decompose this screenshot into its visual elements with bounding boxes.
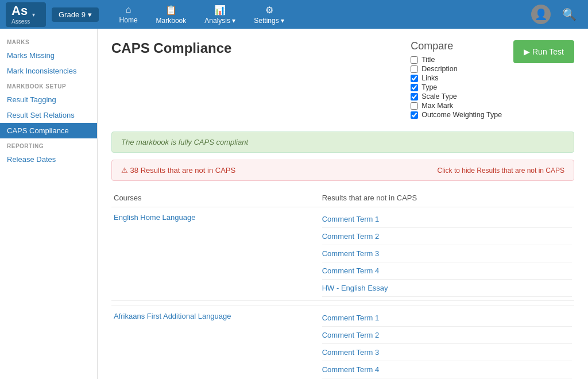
top-navigation: As Assess ▾ Grade 9 ▾ ⌂ Home 📋 Markbook …	[0, 0, 588, 29]
sidebar-item-marks-missing[interactable]: Marks Missing	[0, 48, 97, 63]
page-header: CAPS Compliance Compare Title Descriptio…	[111, 40, 574, 120]
nav-label-home: Home	[119, 16, 138, 24]
caps-warning-count: ⚠ 38 Results that are not in CAPS	[121, 166, 235, 175]
compare-label-links: Links	[421, 74, 438, 82]
col-header-results-not-in-caps: Results that are not in CAPS	[320, 190, 574, 207]
compare-item-description: Description	[411, 65, 502, 73]
compare-title: Compare	[411, 40, 502, 52]
compare-label-type: Type	[421, 83, 437, 91]
compare-item-outcome-weighting-type: Outcome Weighting Type	[411, 111, 502, 119]
table-row: Afrikaans First Additional LanguageComme…	[111, 306, 574, 380]
table-row: English Home LanguageComment Term 1Comme…	[111, 207, 574, 301]
result-name[interactable]: Comment Term 3	[322, 346, 572, 358]
compare-checkbox-description[interactable]	[411, 65, 418, 73]
run-test-button[interactable]: ▶ Run Test	[513, 40, 574, 63]
compare-item-scale-type: Scale Type	[411, 92, 502, 100]
sidebar: MARKS Marks Missing Mark Inconsistencies…	[0, 29, 98, 379]
result-name[interactable]: Comment Term 2	[322, 230, 572, 242]
nav-item-analysis[interactable]: 📊 Analysis ▾	[195, 2, 245, 27]
search-button[interactable]: 🔍	[556, 5, 582, 24]
compare-section: Compare Title Description Links	[411, 40, 502, 120]
grade-selector[interactable]: Grade 9 ▾	[52, 7, 99, 22]
results-table: Courses Results that are not in CAPS Eng…	[111, 190, 574, 379]
caps-compliant-alert: The markbook is fully CAPS compliant	[111, 132, 574, 153]
course-name-1[interactable]: Afrikaans First Additional Language	[114, 312, 231, 320]
result-name[interactable]: Comment Term 4	[322, 265, 572, 277]
sidebar-section-reporting: REPORTING	[0, 138, 97, 152]
hide-results-link[interactable]: Click to hide Results that are not in CA…	[438, 167, 564, 175]
user-avatar[interactable]: 👤	[531, 5, 551, 24]
result-name[interactable]: Comment Term 4	[322, 363, 572, 376]
brand-dropdown-arrow: ▾	[32, 11, 35, 18]
compare-checkbox-title[interactable]	[411, 56, 418, 64]
compare-item-links: Links	[411, 74, 502, 82]
result-name[interactable]: HW - English Essay	[322, 282, 572, 294]
compare-checkbox-links[interactable]	[411, 75, 418, 82]
markbook-icon: 📋	[165, 5, 177, 16]
result-name[interactable]: Comment Term 2	[322, 329, 572, 341]
table-divider-row	[111, 301, 574, 306]
result-name[interactable]: Comment Term 1	[322, 312, 572, 324]
compare-label-max-mark: Max Mark	[421, 102, 453, 110]
nav-label-settings: Settings ▾	[254, 17, 284, 25]
compare-checkbox-max-mark[interactable]	[411, 102, 418, 110]
sidebar-item-result-tagging[interactable]: Result Tagging	[0, 92, 97, 107]
nav-links: ⌂ Home 📋 Markbook 📊 Analysis ▾ ⚙ Setting…	[110, 2, 531, 27]
caps-warning-alert: ⚠ 38 Results that are not in CAPS Click …	[111, 160, 574, 181]
page-title: CAPS Compliance	[111, 40, 231, 56]
sidebar-item-caps-compliance[interactable]: CAPS Compliance	[0, 123, 97, 138]
nav-label-analysis: Analysis ▾	[204, 17, 235, 25]
table-header: Courses Results that are not in CAPS	[111, 190, 574, 207]
analysis-icon: 📊	[214, 5, 226, 16]
compare-label-outcome-weighting-type: Outcome Weighting Type	[421, 111, 502, 119]
nav-item-markbook[interactable]: 📋 Markbook	[147, 2, 196, 27]
table-body: English Home LanguageComment Term 1Comme…	[111, 207, 574, 380]
main-layout: MARKS Marks Missing Mark Inconsistencies…	[0, 29, 588, 379]
sidebar-section-marks: MARKS	[0, 34, 97, 48]
compare-item-title: Title	[411, 56, 502, 64]
nav-label-markbook: Markbook	[156, 17, 187, 25]
caps-compliant-message: The markbook is fully CAPS compliant	[121, 138, 248, 146]
nav-item-home[interactable]: ⌂ Home	[110, 2, 147, 26]
sidebar-item-release-dates[interactable]: Release Dates	[0, 152, 97, 167]
compare-checkbox-scale-type[interactable]	[411, 93, 418, 100]
compare-label-description: Description	[421, 65, 458, 73]
nav-item-settings[interactable]: ⚙ Settings ▾	[245, 2, 293, 27]
compare-label-title: Title	[421, 56, 435, 64]
sidebar-item-result-set-relations[interactable]: Result Set Relations	[0, 107, 97, 123]
settings-icon: ⚙	[265, 5, 273, 16]
compare-checkbox-outcome-weighting-type[interactable]	[411, 111, 418, 119]
brand-short: As	[11, 3, 28, 18]
sidebar-section-markbook-setup: MARKBOOK SETUP	[0, 79, 97, 92]
home-icon: ⌂	[126, 5, 131, 15]
course-name-0[interactable]: English Home Language	[114, 213, 195, 222]
compare-item-max-mark: Max Mark	[411, 102, 502, 110]
main-content: CAPS Compliance Compare Title Descriptio…	[98, 29, 588, 379]
col-header-courses: Courses	[111, 190, 320, 207]
result-name[interactable]: Comment Term 1	[322, 213, 572, 225]
compare-label-scale-type: Scale Type	[421, 92, 457, 100]
brand-full: Assess	[11, 18, 30, 25]
brand-logo[interactable]: As Assess ▾	[6, 2, 46, 27]
sidebar-item-mark-inconsistencies[interactable]: Mark Inconsistencies	[0, 63, 97, 79]
header-right: Compare Title Description Links	[411, 40, 574, 120]
result-name[interactable]: Comment Term 3	[322, 247, 572, 260]
compare-checkbox-type[interactable]	[411, 84, 418, 91]
nav-right: 👤 🔍	[531, 5, 582, 24]
compare-item-type: Type	[411, 83, 502, 91]
